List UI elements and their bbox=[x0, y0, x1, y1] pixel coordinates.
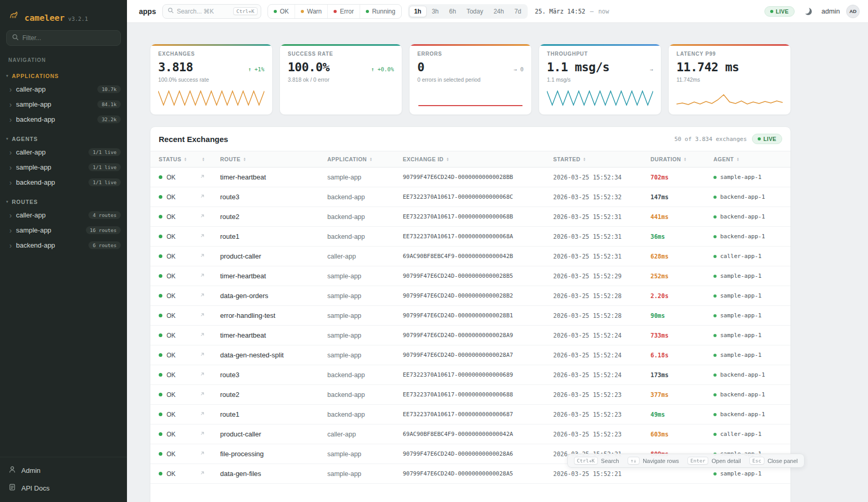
expand-row-icon[interactable] bbox=[199, 233, 206, 240]
status-cell: OK bbox=[159, 411, 199, 418]
expand-cell bbox=[199, 410, 220, 418]
table-row[interactable]: OK route1 backend-app EE7322370A10617-00… bbox=[150, 227, 790, 247]
table-row[interactable]: OK route3 backend-app EE7322370A10617-00… bbox=[150, 187, 790, 207]
table-row[interactable]: OK data-gen-orders sample-app 90799F47E6… bbox=[150, 286, 790, 306]
status-filter-chip[interactable]: Running bbox=[360, 5, 401, 18]
live-dot bbox=[758, 137, 761, 140]
expand-row-icon[interactable] bbox=[199, 410, 206, 418]
started-cell: 2026-03-25 15:52:24 bbox=[553, 371, 650, 379]
table-row[interactable]: OK timer-heartbeat sample-app 90799F47E6… bbox=[150, 168, 790, 187]
route-cell: route3 bbox=[220, 193, 327, 201]
global-search[interactable]: Ctrl+K bbox=[162, 4, 261, 19]
card-accent-bar bbox=[280, 44, 402, 46]
table-row[interactable]: OK route1 backend-app EE7322370A10617-00… bbox=[150, 405, 790, 424]
table-row[interactable]: OK error-handling-test sample-app 90799F… bbox=[150, 306, 790, 326]
table-row[interactable]: OK route2 backend-app EE7322370A10617-00… bbox=[150, 207, 790, 227]
sidebar-item[interactable]: › sample-app 16 routes bbox=[0, 223, 127, 238]
sidebar-item[interactable]: › sample-app 84.1k bbox=[0, 97, 127, 112]
expand-row-icon[interactable] bbox=[199, 351, 206, 359]
chevron-right-icon: › bbox=[9, 227, 12, 234]
status-ok-dot bbox=[159, 472, 162, 475]
table-row[interactable]: OK timer-heartbeat sample-app 90799F47E6… bbox=[150, 266, 790, 286]
agent-cell: sample-app-1 bbox=[713, 292, 782, 299]
status-filter-chip[interactable]: Error bbox=[327, 5, 360, 18]
card-value: 100.0% bbox=[288, 60, 329, 74]
route-cell: route1 bbox=[220, 410, 327, 418]
time-range-button[interactable]: 3h bbox=[427, 6, 444, 17]
avatar[interactable]: AD bbox=[846, 5, 860, 18]
expand-row-icon[interactable] bbox=[199, 173, 206, 181]
column-header[interactable]: STARTED ▲▼ bbox=[553, 156, 650, 162]
sidebar-item[interactable]: › backend-app 1/1 live bbox=[0, 175, 127, 190]
table-row[interactable]: OK timer-heartbeat sample-app 90799F47E6… bbox=[150, 326, 790, 345]
column-header[interactable]: AGENT ▲▼ bbox=[713, 156, 782, 162]
expand-row-icon[interactable] bbox=[199, 391, 206, 398]
table-row[interactable]: OK data-gen-nested-split sample-app 9079… bbox=[150, 345, 790, 365]
table-title: Recent Exchanges bbox=[159, 135, 228, 144]
expand-cell bbox=[199, 371, 220, 379]
table-row[interactable]: OK product-caller caller-app 69AC90BF8EB… bbox=[150, 247, 790, 266]
expand-row-icon[interactable] bbox=[199, 252, 206, 260]
sidebar-item[interactable]: › backend-app 32.2k bbox=[0, 112, 127, 127]
status-ok-dot bbox=[159, 413, 162, 416]
application-cell: sample-app bbox=[327, 174, 403, 181]
table-row[interactable]: OK route3 backend-app EE7322370A10617-00… bbox=[150, 365, 790, 385]
sidebar-item[interactable]: › caller-app 1/1 live bbox=[0, 145, 127, 160]
expand-row-icon[interactable] bbox=[199, 213, 206, 221]
column-header[interactable]: DURATION ▲▼ bbox=[650, 156, 713, 162]
section-header-routes[interactable]: ▾ ROUTES bbox=[0, 197, 127, 208]
column-header[interactable]: EXCHANGE ID ▲▼ bbox=[403, 156, 553, 162]
status-cell: OK bbox=[159, 292, 199, 300]
status-filter-chip[interactable]: OK bbox=[268, 5, 295, 18]
expand-row-icon[interactable] bbox=[199, 450, 206, 458]
expand-row-icon[interactable] bbox=[199, 470, 206, 478]
column-header[interactable]: APPLICATION ▲▼ bbox=[327, 156, 403, 162]
card-subtext: 11.742ms bbox=[676, 76, 783, 83]
status-cell: OK bbox=[159, 470, 199, 478]
route-cell: data-gen-nested-split bbox=[220, 351, 327, 359]
search-icon bbox=[168, 7, 174, 15]
time-range-button[interactable]: 1h bbox=[409, 6, 427, 17]
time-range-button[interactable]: Today bbox=[461, 6, 488, 17]
sidebar-filter[interactable] bbox=[6, 30, 121, 46]
time-range-display[interactable]: 25. März 14:52 — now bbox=[535, 8, 609, 15]
card-accent-bar bbox=[669, 44, 790, 46]
status-cell: OK bbox=[159, 194, 199, 201]
expand-row-icon[interactable] bbox=[199, 331, 206, 339]
status-filter-chip[interactable]: Warn bbox=[295, 5, 327, 18]
expand-row-icon[interactable] bbox=[199, 193, 206, 201]
dark-mode-toggle[interactable] bbox=[801, 4, 815, 19]
sidebar-item[interactable]: › caller-app 10.7k bbox=[0, 82, 127, 97]
section-agents: ▾ AGENTS › caller-app 1/1 live › sample-… bbox=[0, 134, 127, 190]
section-header-agents[interactable]: ▾ AGENTS bbox=[0, 134, 127, 145]
time-range-button[interactable]: 7d bbox=[509, 6, 526, 17]
chevron-right-icon: › bbox=[9, 149, 12, 156]
live-toggle[interactable]: LIVE bbox=[764, 6, 795, 17]
column-header[interactable]: ▲▼ bbox=[199, 157, 220, 162]
duration-cell: 733ms bbox=[650, 332, 713, 339]
expand-row-icon[interactable] bbox=[199, 430, 206, 438]
column-header[interactable]: ROUTE ▲▼ bbox=[220, 156, 327, 162]
time-range-button[interactable]: 6h bbox=[444, 6, 461, 17]
expand-row-icon[interactable] bbox=[199, 272, 206, 280]
started-cell: 2026-03-25 15:52:32 bbox=[553, 194, 650, 201]
expand-row-icon[interactable] bbox=[199, 312, 206, 319]
sidebar-item[interactable]: › sample-app 1/1 live bbox=[0, 160, 127, 175]
time-range-button[interactable]: 24h bbox=[488, 6, 509, 17]
route-cell: route2 bbox=[220, 213, 327, 221]
expand-row-icon[interactable] bbox=[199, 292, 206, 300]
search-input[interactable] bbox=[177, 8, 231, 15]
sidebar-item[interactable]: › backend-app 6 routes bbox=[0, 238, 127, 253]
sidebar-item-api-docs[interactable]: API Docs bbox=[0, 479, 127, 497]
status-cell: OK bbox=[159, 352, 199, 359]
column-header[interactable]: STATUS ▲▼ bbox=[159, 156, 199, 162]
keyboard-hint: ↑↓ Navigate rows bbox=[628, 457, 679, 465]
sidebar-item[interactable]: › caller-app 4 routes bbox=[0, 208, 127, 223]
table-row[interactable]: OK product-caller caller-app 69AC90BF8EB… bbox=[150, 424, 790, 444]
sidebar-item-admin[interactable]: Admin bbox=[0, 461, 127, 479]
table-row[interactable]: OK route2 backend-app EE7322370A10617-00… bbox=[150, 385, 790, 405]
section-header-applications[interactable]: ▾ APPLICATIONS bbox=[0, 71, 127, 82]
filter-input[interactable] bbox=[22, 34, 115, 42]
expand-row-icon[interactable] bbox=[199, 371, 206, 379]
sort-icon: ▲▼ bbox=[243, 157, 246, 162]
